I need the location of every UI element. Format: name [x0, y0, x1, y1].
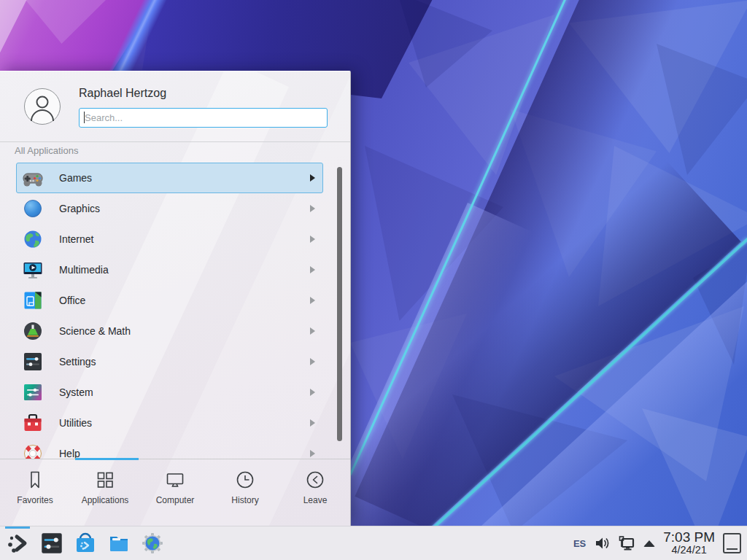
wallpaper-facet	[511, 109, 657, 277]
discover-button[interactable]	[73, 531, 98, 556]
submenu-arrow-icon	[310, 266, 315, 273]
browser-globe-icon	[141, 532, 164, 555]
category-list: Games Graphics	[0, 163, 350, 459]
monitor-play-icon	[23, 260, 43, 280]
toolbox-icon	[23, 413, 43, 433]
category-office[interactable]: Office	[16, 285, 323, 316]
grid-icon	[95, 470, 115, 490]
tab-leave[interactable]: Leave	[280, 470, 350, 505]
tab-applications[interactable]: Applications	[70, 470, 140, 505]
show-desktop-button[interactable]	[723, 533, 741, 553]
clock-icon	[235, 470, 255, 490]
tab-label: Leave	[303, 495, 328, 505]
section-label: All Applications	[15, 145, 78, 156]
desktop: Raphael Hertzog All Applications	[0, 0, 747, 560]
category-games[interactable]: Games	[16, 163, 323, 193]
wallpaper-light-band	[403, 252, 747, 560]
tab-favorites[interactable]: Favorites	[0, 470, 70, 505]
category-internet[interactable]: Internet	[16, 224, 323, 254]
application-launcher-popup: Raphael Hertzog All Applications	[0, 71, 351, 526]
wallpaper-facet	[365, 146, 503, 321]
category-system[interactable]: System	[16, 377, 323, 408]
clock-date: 4/24/21	[663, 545, 715, 556]
taskbar-launchers	[6, 526, 165, 560]
monitor-icon	[165, 470, 185, 490]
discover-icon	[74, 532, 97, 555]
submenu-arrow-icon	[310, 327, 315, 335]
application-launcher-button[interactable]	[6, 531, 31, 556]
category-graphics[interactable]: Graphics	[16, 193, 323, 224]
category-label: Office	[59, 295, 310, 306]
wallpaper-facet	[398, 0, 492, 88]
sphere-icon	[23, 198, 43, 219]
category-label: System	[59, 386, 310, 398]
submenu-arrow-icon	[310, 419, 315, 427]
wallpaper-facet	[598, 146, 747, 306]
launcher-footer: Favorites Applications	[0, 459, 350, 526]
submenu-arrow-icon	[310, 205, 315, 212]
category-label: Games	[59, 172, 310, 184]
wallpaper-cyan-line	[349, 0, 579, 475]
wallpaper-facet	[657, 44, 747, 175]
list-scrollbar[interactable]	[337, 167, 342, 441]
lifebuoy-icon	[23, 443, 43, 459]
volume-icon[interactable]	[594, 535, 610, 551]
system-settings-icon	[40, 532, 63, 555]
user-avatar[interactable]	[24, 88, 61, 125]
category-label: Help	[59, 448, 310, 459]
submenu-arrow-icon	[310, 450, 315, 457]
wallpaper-facet	[409, 15, 554, 175]
document-icon	[23, 290, 43, 311]
keyboard-layout-indicator[interactable]: ES	[573, 538, 586, 549]
system-tray: ES 7:03 PM 4/24/21	[573, 526, 741, 560]
category-multimedia[interactable]: Multimedia	[16, 254, 323, 285]
tab-label: History	[231, 495, 258, 505]
leave-icon	[305, 470, 325, 490]
category-label: Multimedia	[59, 264, 310, 276]
category-utilities[interactable]: Utilities	[16, 408, 323, 438]
network-icon[interactable]	[618, 534, 635, 552]
tray-expander-icon[interactable]	[643, 540, 655, 547]
category-label: Science & Math	[59, 325, 310, 337]
tab-label: Computer	[156, 495, 195, 505]
tab-history[interactable]: History	[210, 470, 280, 505]
submenu-arrow-icon	[310, 297, 315, 304]
search-input[interactable]	[79, 108, 328, 128]
category-label: Graphics	[59, 203, 310, 214]
wallpaper-facet	[0, 0, 51, 62]
folder-icon	[107, 532, 131, 555]
file-manager-button[interactable]	[107, 531, 131, 556]
system-settings-button[interactable]	[39, 531, 64, 556]
category-settings[interactable]: Settings	[16, 346, 323, 377]
taskbar-panel: ES 7:03 PM 4/24/21	[0, 526, 747, 560]
wallpaper-facet	[350, 314, 467, 459]
active-tab-indicator	[75, 458, 139, 460]
web-browser-button[interactable]	[140, 531, 165, 556]
user-name: Raphael Hertzog	[79, 87, 166, 100]
wallpaper-facet	[554, 306, 744, 481]
system-sliders-icon	[23, 382, 43, 402]
submenu-arrow-icon	[310, 389, 315, 396]
kde-launcher-icon	[6, 531, 31, 556]
wallpaper-facet	[452, 379, 627, 532]
wallpaper-cyan-line	[371, 238, 747, 560]
footer-tab-bar: Favorites Applications	[0, 459, 350, 505]
tab-label: Applications	[82, 495, 129, 505]
tab-computer[interactable]: Computer	[140, 470, 210, 505]
bookmark-icon	[25, 470, 45, 490]
category-help[interactable]: Help	[16, 438, 323, 459]
wallpaper-facet	[569, 0, 747, 153]
flask-icon	[23, 321, 43, 341]
sliders-icon	[23, 351, 43, 372]
category-label: Settings	[59, 356, 310, 368]
user-icon	[25, 89, 60, 124]
wallpaper-facet	[693, 241, 747, 365]
digital-clock[interactable]: 7:03 PM 4/24/21	[663, 530, 715, 556]
submenu-arrow-icon	[310, 236, 315, 243]
submenu-arrow-icon	[310, 358, 315, 365]
category-science-math[interactable]: Science & Math	[16, 316, 323, 346]
text-caret	[84, 112, 85, 123]
launcher-header: Raphael Hertzog	[0, 71, 350, 142]
wallpaper-shadow-band	[355, 0, 707, 545]
gamepad-icon	[23, 168, 43, 188]
